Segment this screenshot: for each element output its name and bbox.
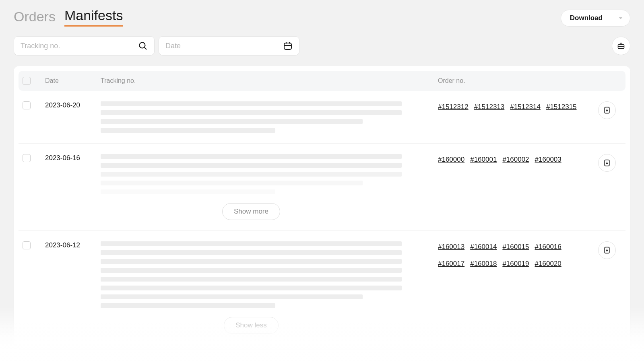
- skeleton-line: [101, 172, 402, 177]
- tab-manifests[interactable]: Manifests: [64, 8, 123, 27]
- order-link[interactable]: #1512313: [474, 101, 505, 112]
- table-header: Date Tracking no. Order no.: [19, 71, 625, 91]
- tracking-skeleton: Show more: [101, 154, 438, 220]
- tracking-skeleton: [101, 101, 438, 133]
- skeleton-line: [101, 268, 402, 273]
- skeleton-line: [101, 128, 275, 133]
- order-numbers: #160013#160014#160015#160016#160017#1600…: [438, 241, 591, 269]
- skeleton-line: [101, 286, 402, 290]
- row-date: 2023-06-12: [45, 241, 101, 249]
- tab-orders[interactable]: Orders: [14, 9, 56, 27]
- download-button[interactable]: Download: [561, 10, 630, 27]
- order-link[interactable]: #1512312: [438, 101, 469, 112]
- show-more-button[interactable]: Show more: [222, 203, 280, 220]
- svg-point-0: [140, 43, 145, 48]
- order-numbers: #1512312#1512313#1512314#1512315: [438, 101, 591, 112]
- order-link[interactable]: #160018: [470, 258, 497, 269]
- download-page-icon: [603, 246, 611, 254]
- table-row: 2023-06-20#1512312#1512313#1512314#15123…: [19, 91, 625, 144]
- date-input[interactable]: [165, 42, 283, 50]
- briefcase-button[interactable]: [612, 37, 630, 55]
- skeleton-line: [101, 101, 402, 106]
- skeleton-line: [101, 154, 402, 159]
- download-button-label: Download: [570, 14, 603, 22]
- row-download-button[interactable]: [598, 241, 616, 259]
- skeleton-line: [101, 110, 402, 115]
- tracking-skeleton: Show less: [101, 241, 438, 334]
- row-checkbox[interactable]: [23, 241, 31, 249]
- col-tracking: Tracking no.: [101, 77, 438, 84]
- skeleton-line: [101, 181, 363, 185]
- skeleton-line: [101, 189, 275, 194]
- skeleton-line: [101, 259, 402, 264]
- briefcase-icon: [617, 42, 625, 50]
- row-download-button[interactable]: [598, 101, 616, 119]
- tracking-input[interactable]: [21, 42, 138, 50]
- order-link[interactable]: #160003: [535, 154, 561, 165]
- row-checkbox[interactable]: [23, 154, 31, 162]
- col-date: Date: [45, 77, 101, 84]
- skeleton-line: [101, 163, 402, 168]
- order-link[interactable]: #160015: [502, 241, 529, 252]
- tabs: Orders Manifests: [14, 8, 123, 27]
- caret-down-icon: [619, 17, 623, 19]
- select-all-checkbox[interactable]: [23, 77, 31, 85]
- row-checkbox[interactable]: [23, 101, 31, 109]
- row-download-button[interactable]: [598, 154, 616, 172]
- order-link[interactable]: #160016: [535, 241, 561, 252]
- order-link[interactable]: #160000: [438, 154, 464, 165]
- order-link[interactable]: #1512314: [510, 101, 541, 112]
- col-order: Order no.: [438, 77, 591, 84]
- order-numbers: #160000#160001#160002#160003: [438, 154, 591, 165]
- order-link[interactable]: #160001: [470, 154, 497, 165]
- skeleton-line: [101, 119, 363, 124]
- download-page-icon: [603, 106, 611, 114]
- order-link[interactable]: #160014: [470, 241, 497, 252]
- skeleton-line: [101, 250, 402, 255]
- calendar-icon: [283, 41, 293, 51]
- tracking-search-wrap[interactable]: [14, 36, 155, 56]
- download-page-icon: [603, 159, 611, 167]
- manifests-table: Date Tracking no. Order no. 2023-06-20#1…: [14, 66, 630, 349]
- order-link[interactable]: #1512315: [546, 101, 577, 112]
- order-link[interactable]: #160002: [502, 154, 529, 165]
- table-row: 2023-06-16Show more#160000#160001#160002…: [19, 144, 625, 231]
- order-link[interactable]: #160019: [502, 258, 529, 269]
- row-date: 2023-06-20: [45, 101, 101, 109]
- order-link[interactable]: #160020: [535, 258, 561, 269]
- table-row: 2023-06-12Show less#160013#160014#160015…: [19, 231, 625, 344]
- skeleton-line: [101, 241, 402, 246]
- order-link[interactable]: #160017: [438, 258, 464, 269]
- skeleton-line: [101, 277, 402, 282]
- search-icon: [138, 41, 148, 51]
- show-less-button[interactable]: Show less: [224, 317, 278, 334]
- skeleton-line: [101, 294, 363, 299]
- date-filter-wrap[interactable]: [159, 36, 299, 56]
- skeleton-line: [101, 303, 275, 308]
- svg-rect-2: [284, 43, 291, 49]
- svg-line-1: [144, 47, 147, 49]
- row-date: 2023-06-16: [45, 154, 101, 162]
- order-link[interactable]: #160013: [438, 241, 464, 252]
